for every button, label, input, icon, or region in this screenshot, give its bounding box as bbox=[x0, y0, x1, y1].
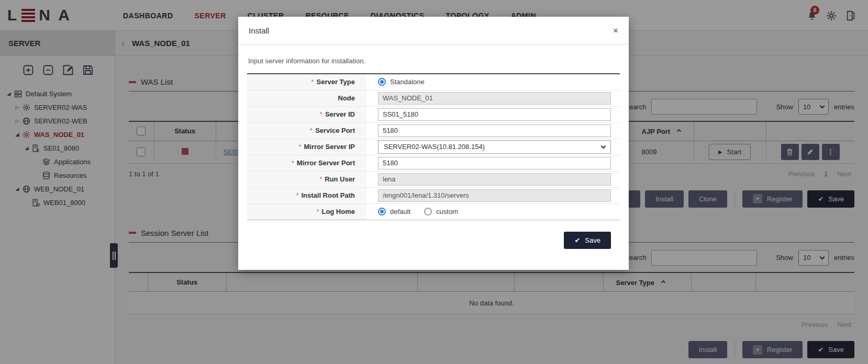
form-row-server-id: *Server ID bbox=[247, 106, 620, 122]
field-label: Server Type bbox=[317, 78, 355, 86]
form-row-service-port: *Service Port bbox=[247, 122, 620, 139]
radio-label: default bbox=[390, 208, 410, 215]
mirror-server-ip-select[interactable]: SERVER02-WAS(10.81.208.154) bbox=[378, 140, 611, 154]
form-row-run-user: *Run User bbox=[247, 171, 620, 187]
required-marker: * bbox=[316, 208, 319, 215]
form-row-mirror-ip: *Mirror Server IP SERVER02-WAS(10.81.208… bbox=[247, 139, 620, 155]
form-row-log-home: *Log Home default custom bbox=[247, 203, 620, 220]
field-label: Run User bbox=[325, 175, 355, 183]
field-label: Service Port bbox=[315, 127, 355, 134]
required-marker: * bbox=[311, 78, 314, 86]
form-row-server-type: *Server Type Standalone bbox=[247, 74, 620, 90]
run-user-field bbox=[378, 173, 611, 186]
install-form: *Server Type Standalone Node *Server ID … bbox=[247, 73, 620, 220]
select-value: SERVER02-WAS(10.81.208.154) bbox=[384, 143, 485, 151]
radio-label: custom bbox=[436, 208, 458, 215]
server-id-field[interactable] bbox=[378, 108, 611, 121]
install-root-path-field bbox=[378, 189, 611, 202]
form-row-mirror-port: *Mirror Server Port bbox=[247, 155, 620, 171]
modal-description: Input server information for installatio… bbox=[248, 57, 620, 65]
required-marker: * bbox=[319, 175, 322, 183]
service-port-field[interactable] bbox=[378, 124, 611, 137]
radio-label: Standalone bbox=[390, 78, 425, 86]
modal-header: Install × bbox=[238, 17, 629, 44]
required-marker: * bbox=[296, 191, 298, 199]
field-label: Log Home bbox=[321, 208, 355, 215]
modal-save-button[interactable]: ✔Save bbox=[564, 232, 611, 249]
required-marker: * bbox=[310, 127, 313, 134]
modal-footer: ✔Save bbox=[247, 220, 620, 249]
log-home-default-radio[interactable] bbox=[378, 208, 386, 215]
required-marker: * bbox=[292, 159, 294, 167]
chevron-down-icon bbox=[601, 143, 606, 149]
check-icon: ✔ bbox=[574, 236, 580, 244]
field-label: Node bbox=[338, 94, 355, 102]
modal-body: Input server information for installatio… bbox=[238, 44, 629, 249]
field-label: Install Root Path bbox=[301, 191, 355, 199]
log-home-custom-radio[interactable] bbox=[424, 208, 432, 215]
field-label: Mirror Server Port bbox=[297, 159, 355, 167]
required-marker: * bbox=[320, 110, 322, 118]
mirror-server-port-field[interactable] bbox=[378, 157, 611, 169]
required-marker: * bbox=[298, 143, 301, 151]
node-field bbox=[378, 92, 611, 105]
form-row-node: Node bbox=[247, 90, 620, 106]
modal-title: Install bbox=[249, 26, 269, 35]
server-type-standalone-radio[interactable] bbox=[378, 78, 386, 86]
field-label: Mirror Server IP bbox=[304, 143, 355, 151]
form-row-install-root: *Install Root Path bbox=[247, 187, 620, 203]
install-modal: Install × Input server information for i… bbox=[238, 17, 629, 270]
close-icon[interactable]: × bbox=[613, 26, 618, 35]
field-label: Server ID bbox=[325, 110, 355, 118]
page: L N A DASHBOARD SERVER CLUSTER RESOURCE … bbox=[0, 0, 868, 364]
